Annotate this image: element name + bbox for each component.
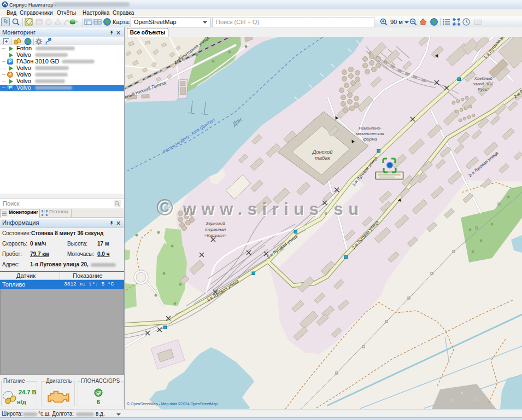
svg-text:Хлебный: Хлебный [473,76,492,81]
svg-text:www.sirius.su: www.sirius.su [183,200,364,219]
svg-text:Зерновой: Зерновой [206,221,225,226]
svg-text:фирма: фирма [363,137,377,142]
svg-text:Ремонтно-: Ремонтно- [359,126,382,131]
svg-text:©: © [156,195,173,220]
svg-text:«Каргилл»: «Каргилл» [204,233,226,238]
svg-text:терминал: терминал [205,227,226,232]
svg-text:завод "ЮГ: завод "ЮГ [472,81,494,86]
svg-text:Донской: Донской [312,149,333,155]
svg-text:Руси": Руси" [478,87,490,92]
svg-text:табак: табак [315,155,331,161]
svg-text:механическая: механическая [356,131,385,136]
svg-text:© OpenStreetMap - Map data ©20: © OpenStreetMap - Map data ©2024 OpenStr… [127,402,218,406]
